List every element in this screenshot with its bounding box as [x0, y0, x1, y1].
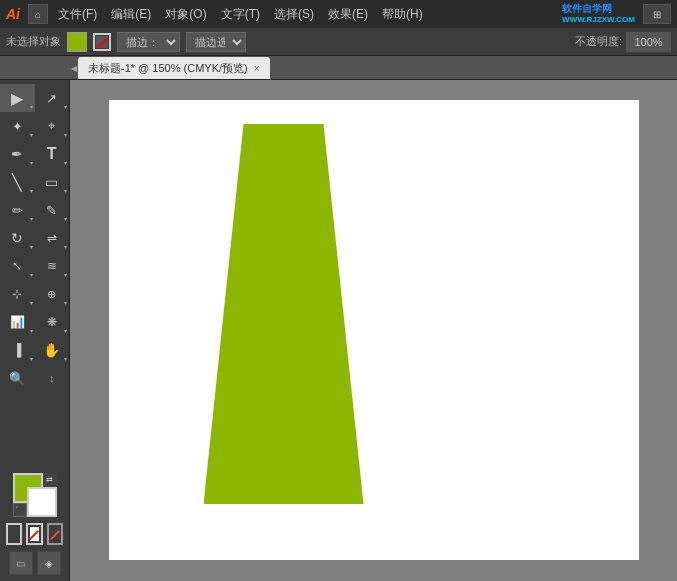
warp-tool[interactable]: ≋ ▾: [35, 252, 70, 280]
menu-effect[interactable]: 效果(E): [322, 4, 374, 25]
tool-row-5: ✏ ▾ ✎ ▾: [0, 196, 69, 224]
tool-row-8: ⊹ ▾ ⊕ ▾: [0, 280, 69, 308]
lasso-tool[interactable]: ⌖ ▾: [35, 112, 70, 140]
line-tool[interactable]: ╲ ▾: [0, 168, 35, 196]
view-mode-button[interactable]: ◈: [37, 551, 61, 575]
opacity-input[interactable]: [626, 32, 671, 52]
home-button[interactable]: ⌂: [28, 4, 48, 24]
opacity-dropdown[interactable]: 描边选项: [186, 32, 246, 52]
color-pair: ⇄ ⬛: [13, 473, 57, 517]
select-tool[interactable]: ▶ ▾: [0, 84, 35, 112]
no-selection-label: 未选择对象: [6, 34, 61, 49]
fill-color-swatch[interactable]: [67, 32, 87, 52]
menu-select[interactable]: 选择(S): [268, 4, 320, 25]
bottom-icon-row: ▭ ◈: [9, 551, 61, 575]
none-swatch[interactable]: [47, 523, 63, 545]
canvas-area: [70, 80, 677, 581]
arrange-button[interactable]: ⊞: [643, 4, 671, 24]
paintbrush-tool[interactable]: ✏ ▾: [0, 196, 35, 224]
hand-tool[interactable]: ✋ ▾: [35, 336, 70, 364]
stroke-container: [93, 33, 111, 51]
tool-row-3: ✒ ▾ T ▾: [0, 140, 69, 168]
menu-edit[interactable]: 编辑(E): [105, 4, 157, 25]
tool-row-2: ✦ ▾ ⌖ ▾: [0, 112, 69, 140]
outline-swatches: [6, 523, 63, 545]
tool-row-7: ⤡ ▾ ≋ ▾: [0, 252, 69, 280]
direct-select-tool[interactable]: ↖ ▾: [35, 84, 70, 112]
reflect-tool[interactable]: ⇌ ▾: [35, 224, 70, 252]
trapezoid-shape: [204, 124, 364, 504]
toolbar-colors: ⇄ ⬛: [0, 467, 69, 551]
rect-tool[interactable]: ▭ ▾: [35, 168, 70, 196]
free-transform-tool[interactable]: ⊹ ▾: [0, 280, 35, 308]
menu-file[interactable]: 文件(F): [52, 4, 103, 25]
tab-close-button[interactable]: ×: [254, 63, 260, 74]
graph-tool[interactable]: 📊 ▾: [0, 308, 35, 336]
opacity-control: 不透明度:: [575, 32, 671, 52]
outline-fg-swatch[interactable]: [6, 523, 22, 545]
doc-tab-title: 未标题-1* @ 150% (CMYK/预览): [88, 61, 248, 76]
menu-object[interactable]: 对象(O): [159, 4, 212, 25]
opacity-label: 不透明度:: [575, 34, 622, 49]
tool-row-10: ▐ ▾ ✋ ▾: [0, 336, 69, 364]
options-bar: 未选择对象 描边： 描边选项 不透明度:: [0, 28, 677, 56]
watermark: 软件自学网 WWW.RJZXW.COM: [562, 3, 635, 25]
document-tab[interactable]: 未标题-1* @ 150% (CMYK/预览) ×: [78, 57, 270, 79]
tool-row-9: 📊 ▾ ❋ ▾: [0, 308, 69, 336]
canvas: [109, 100, 639, 560]
extra-tool[interactable]: ↕: [35, 364, 70, 392]
tool-row-6: ↻ ▾ ⇌ ▾: [0, 224, 69, 252]
rotate-tool[interactable]: ↻ ▾: [0, 224, 35, 252]
reset-colors-button[interactable]: ⬛: [13, 503, 27, 517]
title-bar: Ai ⌂ 文件(F) 编辑(E) 对象(O) 文字(T) 选择(S) 效果(E)…: [0, 0, 677, 28]
outline-bg-swatch[interactable]: [26, 523, 42, 545]
toolbar: ▶ ▾ ↖ ▾ ✦ ▾ ⌖ ▾ ✒ ▾ T: [0, 80, 70, 581]
tool-row-1: ▶ ▾ ↖ ▾: [0, 84, 69, 112]
stroke-swatch[interactable]: [93, 33, 111, 51]
screen-mode-button[interactable]: ▭: [9, 551, 33, 575]
swap-colors-button[interactable]: ⇄: [43, 473, 57, 487]
symbol-sprayer-tool[interactable]: ❋ ▾: [35, 308, 70, 336]
pen-tool[interactable]: ✒ ▾: [0, 140, 35, 168]
watermark-line1: 软件自学网: [562, 3, 635, 15]
app-logo: Ai: [6, 6, 20, 22]
column-graph-tool[interactable]: ▐ ▾: [0, 336, 35, 364]
tool-row-4: ╲ ▾ ▭ ▾: [0, 168, 69, 196]
pencil-tool[interactable]: ✎ ▾: [35, 196, 70, 224]
type-tool[interactable]: T ▾: [35, 140, 70, 168]
panel-collapse[interactable]: ◀: [70, 57, 78, 79]
background-color[interactable]: [27, 487, 57, 517]
menu-bar: 文件(F) 编辑(E) 对象(O) 文字(T) 选择(S) 效果(E) 帮助(H…: [52, 4, 558, 25]
menu-text[interactable]: 文字(T): [215, 4, 266, 25]
magic-wand-tool[interactable]: ✦ ▾: [0, 112, 35, 140]
main-area: ▶ ▾ ↖ ▾ ✦ ▾ ⌖ ▾ ✒ ▾ T: [0, 80, 677, 581]
shapebuilder-tool[interactable]: ⊕ ▾: [35, 280, 70, 308]
tool-row-11: 🔍 ↕: [0, 364, 69, 392]
tab-bar: ◀ 未标题-1* @ 150% (CMYK/预览) ×: [0, 56, 677, 80]
watermark-line2: WWW.RJZXW.COM: [562, 15, 635, 25]
menu-help[interactable]: 帮助(H): [376, 4, 429, 25]
zoom-tool[interactable]: 🔍: [0, 364, 35, 392]
toolbar-bottom-icons: ▭ ◈: [9, 551, 61, 581]
stroke-dropdown[interactable]: 描边：: [117, 32, 180, 52]
scale-tool[interactable]: ⤡ ▾: [0, 252, 35, 280]
